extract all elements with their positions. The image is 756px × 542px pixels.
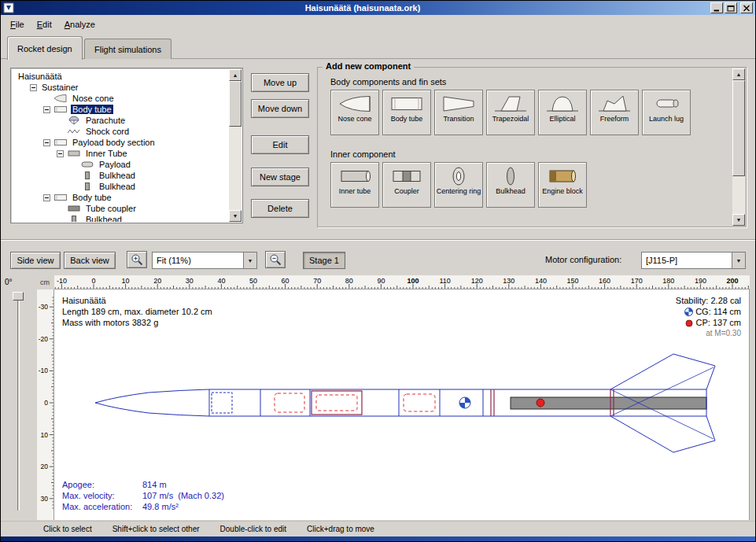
tree-item-label: Body tube [71, 105, 113, 114]
svg-text:20: 20 [153, 277, 161, 285]
scroll-up-icon[interactable]: ▲ [732, 68, 745, 80]
tree-item-tube-coupler[interactable]: Tube coupler [12, 203, 229, 214]
add-trapezoidal-button[interactable]: Trapezoidal [486, 90, 535, 135]
flight-stat-max-velocity: Max. velocity:107 m/s (Mach 0.32) [62, 490, 224, 501]
innertube-icon [337, 166, 372, 186]
scrollbar-track[interactable] [229, 81, 242, 210]
tree-item-bulkhead[interactable]: Bulkhead [12, 214, 229, 222]
status-hint: Click+drag to move [307, 525, 374, 533]
bodytube-icon [389, 94, 424, 114]
scroll-up-icon[interactable]: ▲ [229, 69, 242, 81]
close-button[interactable] [740, 2, 753, 13]
parachute-icon [67, 116, 81, 125]
svg-text:-10: -10 [57, 277, 67, 285]
stage-1-toggle[interactable]: Stage 1 [303, 252, 345, 269]
component-tree[interactable]: HaisunäätäSustainerNose coneBody tubePar… [12, 69, 229, 222]
edit-button[interactable]: Edit [251, 135, 309, 154]
flight-stat-max-acceleration: Max. acceleration:49.8 m/s² [62, 501, 224, 512]
svg-text:180: 180 [662, 277, 674, 285]
component-label: Launch lug [649, 115, 684, 123]
scroll-down-icon[interactable]: ▼ [732, 214, 745, 226]
svg-text:40: 40 [217, 277, 225, 285]
tree-item-label: Bulkhead [84, 215, 124, 222]
chevron-down-icon: ▼ [732, 253, 745, 268]
delete-button[interactable]: Delete [251, 199, 309, 218]
scrollbar-track[interactable] [732, 80, 745, 214]
tree-item-parachute[interactable]: Parachute [12, 115, 229, 126]
scrollbar-thumb[interactable] [229, 81, 242, 127]
zoom-level-select[interactable]: Fit (11%) ▼ [152, 252, 257, 269]
tab-flight-simulations[interactable]: Flight simulations [84, 39, 171, 59]
tree-expander-icon[interactable] [57, 150, 64, 157]
add-engine-block-button[interactable]: Engine block [538, 162, 587, 208]
back-view-button[interactable]: Back view [64, 252, 116, 269]
move-up-button[interactable]: Move up [251, 73, 309, 92]
add-launch-lug-button[interactable]: Launch lug [642, 90, 691, 135]
add-body-tube-button[interactable]: Body tube [382, 90, 431, 135]
menu-file[interactable]: File [4, 17, 31, 31]
component-label: Inner tube [339, 187, 371, 195]
svg-text:160: 160 [599, 277, 610, 285]
tree-item-inner-tube[interactable]: Inner Tube [12, 148, 229, 159]
zoom-out-button[interactable] [265, 251, 286, 268]
body-components-row: Nose coneBody tubeTransitionTrapezoidalE… [330, 90, 691, 135]
tree-scrollbar[interactable]: ▲ ▼ [229, 69, 242, 222]
tree-item-body-tube[interactable]: Body tube [12, 192, 229, 203]
motor-configuration-label: Motor configuration: [545, 255, 621, 264]
tree-item-sustainer[interactable]: Sustainer [12, 82, 229, 93]
svg-text:-10: -10 [39, 367, 49, 374]
menu-edit[interactable]: Edit [31, 17, 58, 31]
cp-marker [537, 399, 544, 407]
scrollbar-thumb[interactable] [732, 80, 745, 176]
menu-analyze[interactable]: Analyze [58, 17, 101, 31]
coupler-icon [389, 166, 424, 186]
rotation-slider-handle[interactable] [13, 292, 24, 300]
svg-text:-30: -30 [39, 303, 49, 311]
tree-expander-icon[interactable] [30, 84, 37, 91]
tree-item-body-tube[interactable]: Body tube [12, 104, 229, 115]
tree-item-haisun-t[interactable]: Haisunäätä [12, 71, 229, 82]
move-down-button[interactable]: Move down [251, 99, 309, 118]
add-inner-tube-button[interactable]: Inner tube [330, 162, 379, 208]
tree-item-shock-cord[interactable]: Shock cord [12, 126, 229, 137]
svg-text:200: 200 [726, 277, 738, 285]
add-coupler-button[interactable]: Coupler [382, 162, 431, 208]
tree-item-bulkhead[interactable]: Bulkhead [12, 181, 229, 192]
add-freeform-button[interactable]: Freeform [590, 90, 639, 135]
transition-icon [441, 94, 476, 114]
tree-item-label: Parachute [84, 116, 127, 125]
tree-expander-icon[interactable] [43, 194, 50, 201]
app-icon [3, 2, 14, 13]
maximize-button[interactable] [725, 2, 737, 13]
minimize-button[interactable] [710, 2, 723, 13]
new-stage-button[interactable]: New stage [251, 168, 309, 186]
tree-expander-icon[interactable] [43, 139, 50, 146]
tree-item-payload-body-section[interactable]: Payload body section [12, 137, 229, 148]
freeform-icon [597, 94, 632, 114]
tree-item-label: Sustainer [40, 83, 79, 92]
scroll-down-icon[interactable]: ▼ [229, 210, 242, 222]
tree-expander-icon[interactable] [43, 106, 50, 113]
rocket-canvas[interactable]: Haisunäätä Length 189 cm, max. diameter … [54, 289, 750, 520]
add-centering-ring-button[interactable]: Centering ring [434, 162, 483, 208]
side-view-button[interactable]: Side view [10, 252, 61, 269]
zoom-in-button[interactable] [127, 251, 147, 268]
add-elliptical-button[interactable]: Elliptical [538, 90, 587, 135]
rotation-slider-track [17, 296, 20, 511]
tree-item-nose-cone[interactable]: Nose cone [12, 93, 229, 104]
stability-condition: at M=0.30 [676, 328, 741, 339]
add-transition-button[interactable]: Transition [434, 90, 483, 135]
tree-item-bulkhead[interactable]: Bulkhead [12, 170, 229, 181]
flight-stat-apogee: Apogee:814 m [62, 479, 224, 490]
coupler-icon [67, 204, 81, 213]
motor-configuration-select[interactable]: [J115-P] ▼ [641, 252, 746, 269]
add-bulkhead-button[interactable]: Bulkhead [486, 162, 535, 208]
title-bar[interactable]: Haisunäätä (haisunaata.ork) [1, 1, 755, 15]
tree-item-label: Nose cone [71, 94, 116, 103]
tree-item-payload[interactable]: Payload [12, 159, 229, 170]
svg-text:150: 150 [566, 277, 578, 285]
tab-rocket-design[interactable]: Rocket design [7, 36, 83, 60]
add-nose-cone-button[interactable]: Nose cone [330, 90, 379, 135]
add-panel-scrollbar[interactable]: ▲ ▼ [732, 68, 745, 226]
vertical-ruler: -30-20-100102030 [37, 289, 54, 520]
